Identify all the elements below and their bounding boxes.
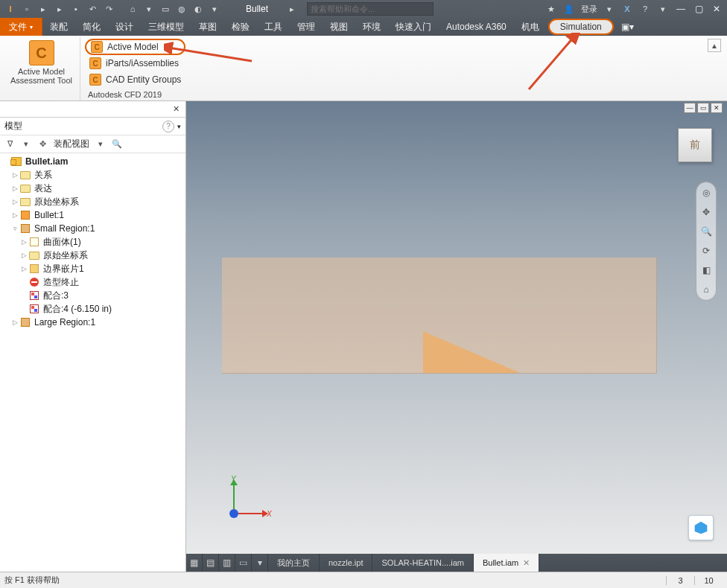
- menu-assembly[interactable]: 装配: [42, 18, 75, 36]
- viewport-restore-button[interactable]: ▭: [697, 103, 709, 113]
- team-icon[interactable]: ▾: [143, 3, 155, 15]
- menu-design[interactable]: 设计: [108, 18, 141, 36]
- tab-close-icon[interactable]: ✕: [523, 558, 530, 568]
- nav-zoom-icon[interactable]: 🔍: [699, 224, 714, 239]
- viewport-minimize-button[interactable]: —: [684, 103, 696, 113]
- open2-icon[interactable]: ▸: [54, 3, 66, 15]
- menu-manage[interactable]: 管理: [290, 18, 323, 36]
- minimize-button[interactable]: —: [675, 3, 687, 15]
- option-iparts[interactable]: C iParts/iAssemblies: [85, 55, 185, 71]
- tree-node-small-region[interactable]: ▿Small Region:1: [1, 222, 184, 235]
- tree-node-origin2[interactable]: ▷原始坐标系: [1, 249, 184, 262]
- tree-node-mate3[interactable]: ▷配合:3: [1, 289, 184, 302]
- tree-node-boundary[interactable]: ▷边界嵌片1: [1, 262, 184, 275]
- nav-orbit-icon[interactable]: ⟳: [699, 243, 714, 258]
- menu-electro[interactable]: 机电: [514, 18, 547, 36]
- tab-tile-icon[interactable]: ▦: [186, 554, 203, 572]
- user-icon[interactable]: 👤: [563, 3, 575, 15]
- tree-node-large-region[interactable]: ▷Large Region:1: [1, 316, 184, 329]
- menu-bar: 文件 装配 简化 设计 三维模型 草图 检验 工具 管理 视图 环境 快速入门 …: [0, 18, 727, 36]
- tab-cols-icon[interactable]: ▥: [219, 554, 235, 572]
- panel-mode-dropdown[interactable]: 模型 ?: [0, 118, 185, 135]
- option-active-model[interactable]: C Active Model: [85, 39, 185, 55]
- coordinate-triad: X Y: [223, 479, 268, 524]
- exchange-icon[interactable]: X: [621, 3, 633, 15]
- document-title: Bullet: [246, 4, 268, 14]
- tree-node-mate4[interactable]: ▷配合:4 (-6.150 in): [1, 302, 184, 316]
- view-icon[interactable]: ✥: [37, 139, 48, 150]
- option-cad-groups[interactable]: C CAD Entity Groups: [85, 71, 185, 88]
- viewport-close-button[interactable]: ✕: [711, 103, 723, 113]
- tree-node-origin[interactable]: ▷原始坐标系: [1, 195, 184, 208]
- share-button[interactable]: [688, 515, 714, 540]
- nav-pan-icon[interactable]: ✥: [699, 205, 714, 220]
- save-icon[interactable]: ▪: [70, 3, 82, 15]
- tree-node-reps[interactable]: ▷表达: [1, 182, 184, 195]
- view-label[interactable]: 装配视图: [54, 138, 89, 150]
- menu-view[interactable]: 视图: [323, 18, 355, 36]
- material-icon[interactable]: ◍: [176, 3, 188, 15]
- more-icon[interactable]: ▾: [209, 3, 220, 15]
- tab-home[interactable]: 我的主页: [268, 554, 320, 572]
- view-dropdown-icon[interactable]: ▾: [95, 139, 106, 150]
- menu-a360[interactable]: Autodesk A360: [439, 18, 514, 36]
- nav-lookat-icon[interactable]: ◧: [699, 263, 714, 278]
- redo-icon[interactable]: ↷: [103, 3, 115, 15]
- status-cell-1: 3: [666, 576, 694, 585]
- tree-root[interactable]: ▸Bullet.iam: [1, 155, 184, 168]
- menu-tools[interactable]: 工具: [257, 18, 290, 36]
- close-button[interactable]: ✕: [711, 3, 723, 15]
- nav-wheel-icon[interactable]: ◎: [699, 185, 714, 200]
- home-icon[interactable]: ⌂: [127, 3, 139, 15]
- star-icon[interactable]: ★: [545, 3, 557, 15]
- tab-dropdown-icon[interactable]: ▾: [252, 554, 268, 572]
- search-input[interactable]: [307, 2, 434, 16]
- panel-close-button[interactable]: ✕: [171, 104, 181, 115]
- nav-home-icon[interactable]: ⌂: [699, 282, 714, 297]
- tab-nozzle[interactable]: nozzle.ipt: [320, 554, 372, 572]
- cfd-small-icon: C: [89, 74, 101, 86]
- open-icon[interactable]: ▸: [37, 3, 49, 15]
- ribbon-collapse-button[interactable]: ▲: [708, 39, 721, 52]
- help-icon[interactable]: ?: [639, 3, 651, 15]
- menu-env[interactable]: 环境: [355, 18, 388, 36]
- status-bar: 按 F1 获得帮助 3 10: [0, 572, 727, 588]
- filter-icon[interactable]: ∇: [4, 139, 15, 150]
- status-cell-2: 10: [694, 576, 723, 585]
- search-arrow-icon[interactable]: ▸: [286, 3, 298, 15]
- menu-inspect[interactable]: 检验: [224, 18, 257, 36]
- model-tree: ▸Bullet.iam ▷关系 ▷表达 ▷原始坐标系 ▷Bullet:1 ▿Sm…: [0, 153, 185, 572]
- new-icon[interactable]: ▫: [21, 3, 33, 15]
- maximize-button[interactable]: ▢: [693, 3, 705, 15]
- cfd-big-icon: [29, 40, 54, 65]
- select-icon[interactable]: ▭: [159, 3, 171, 15]
- menu-3dmodel[interactable]: 三维模型: [141, 18, 191, 36]
- viewcube[interactable]: 前: [678, 128, 712, 162]
- tree-node-bullet[interactable]: ▷Bullet:1: [1, 208, 184, 222]
- tab-bullet[interactable]: Bullet.iam✕: [474, 554, 539, 572]
- find-icon[interactable]: 🔍: [112, 139, 122, 150]
- viewport-3d[interactable]: — ▭ ✕ 前 ◎ ✥ 🔍 ⟳ ◧ ⌂ X Y ▦ ▤ ▥ ▭: [186, 101, 727, 572]
- menu-sketch[interactable]: 草图: [191, 18, 224, 36]
- tab-rows-icon[interactable]: ▭: [235, 554, 252, 572]
- document-tab-bar: ▦ ▤ ▥ ▭ ▾ 我的主页 nozzle.ipt SOLAR-HEATIN..…: [186, 554, 727, 572]
- menu-overflow-icon[interactable]: ▣▾: [615, 18, 640, 36]
- menu-getstarted[interactable]: 快速入门: [388, 18, 439, 36]
- tab-solar[interactable]: SOLAR-HEATIN....iam: [372, 554, 473, 572]
- menu-simplify[interactable]: 简化: [75, 18, 108, 36]
- big-button-label-2: Assessment Tool: [3, 76, 80, 85]
- tree-node-relations[interactable]: ▷关系: [1, 168, 184, 182]
- tree-node-surfbody[interactable]: ▷曲面体(1): [1, 235, 184, 249]
- svg-marker-0: [695, 522, 708, 534]
- help-dropdown-icon[interactable]: ▾: [657, 3, 669, 15]
- tab-grid-icon[interactable]: ▤: [203, 554, 219, 572]
- undo-icon[interactable]: ↶: [86, 3, 98, 15]
- tree-node-model-stop[interactable]: ▷造型终止: [1, 275, 184, 289]
- file-menu[interactable]: 文件: [0, 18, 42, 36]
- appearance-icon[interactable]: ◐: [192, 3, 204, 15]
- login-dropdown-icon[interactable]: ▾: [603, 3, 615, 15]
- menu-simulation[interactable]: Simulation: [548, 19, 614, 35]
- login-link[interactable]: 登录: [581, 4, 597, 15]
- filter-dropdown-icon[interactable]: ▾: [21, 139, 31, 150]
- panel-help-icon[interactable]: ?: [162, 121, 174, 132]
